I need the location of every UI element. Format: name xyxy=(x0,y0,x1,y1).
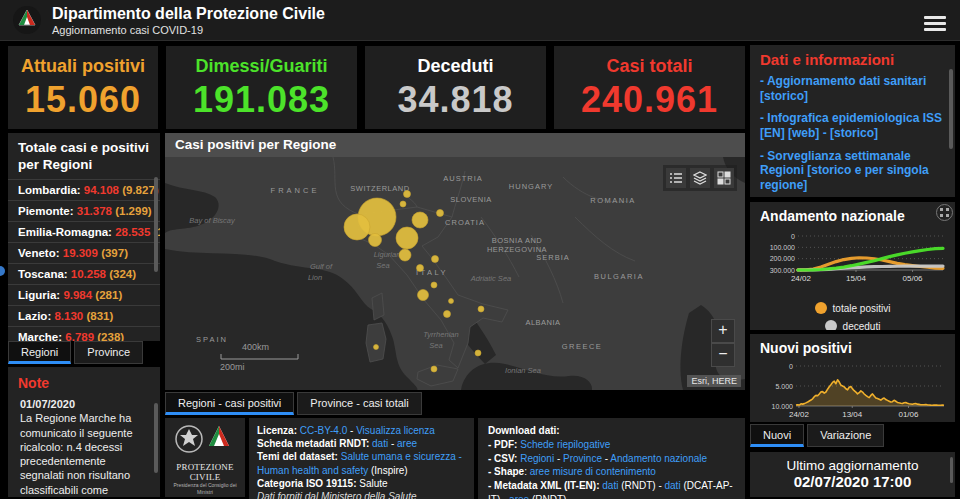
map-attribution: Esri, HERE xyxy=(687,375,741,387)
menu-icon[interactable] xyxy=(924,13,946,34)
region-bubble-lazio[interactable] xyxy=(418,290,429,301)
region-bubble-abruzzo[interactable] xyxy=(431,282,437,288)
layers-icon[interactable] xyxy=(690,168,710,188)
app-header: Dipartimento della Protezione Civile Agg… xyxy=(0,0,960,41)
ultimo-scrollbar[interactable] xyxy=(950,457,953,483)
region-row[interactable]: Emilia-Romagna: 28.535 (1.003) xyxy=(8,221,160,242)
region-bubble-friuli-venezia-giulia[interactable] xyxy=(437,210,444,217)
region-row[interactable]: Lombardia: 94.108 (9.827) xyxy=(8,179,160,200)
link[interactable]: aree xyxy=(509,494,529,499)
region-row[interactable]: Toscana: 10.258 (324) xyxy=(8,263,160,284)
nuovi-tab[interactable]: Nuovi xyxy=(750,424,804,447)
info-scrollbar[interactable] xyxy=(949,69,953,149)
svg-text:100.000: 100.000 xyxy=(770,244,795,251)
region-bubble-umbria[interactable] xyxy=(417,265,424,272)
link[interactable]: Regioni xyxy=(520,453,554,464)
map-zoom-out-button[interactable]: − xyxy=(711,343,735,367)
link[interactable]: Visualizza licenza xyxy=(356,425,435,436)
country-label: SERBIA xyxy=(536,253,570,262)
region-row[interactable]: Liguria: 9.984 (281) xyxy=(8,284,160,305)
andamento-nazionale-panel: Andamento nazionale 0100.000200.000300.0… xyxy=(750,202,955,330)
region-bubble-p-a-bolzano[interactable] xyxy=(404,191,411,198)
legend-item[interactable]: totale positivi xyxy=(750,302,955,314)
map-toolbar xyxy=(663,165,737,191)
link[interactable]: dati xyxy=(602,480,618,491)
page-title: Dipartimento della Protezione Civile xyxy=(52,5,325,23)
basemap-gallery-icon[interactable] xyxy=(714,168,734,188)
map-tabs: Regioni - casi positiviProvince - casi t… xyxy=(165,392,422,415)
note-title: Note xyxy=(8,367,160,395)
note-scrollbar[interactable] xyxy=(154,403,158,473)
region-bubble-molise[interactable] xyxy=(449,299,454,304)
info-link[interactable]: - Infografica epidemiologica ISS [EN] [w… xyxy=(750,107,955,144)
nuovi-positivi-chart: 05.00010.00024/0213/0401/06 xyxy=(758,356,948,422)
svg-text:10.000: 10.000 xyxy=(772,403,794,410)
link[interactable]: aree misure di contenimento xyxy=(530,466,656,477)
link[interactable]: dati xyxy=(665,480,681,491)
credits-line1: Presidenza del Consiglio dei Ministri xyxy=(165,482,245,496)
regions-scrollbar[interactable] xyxy=(154,177,158,272)
andamento-title: Andamento nazionale xyxy=(750,202,955,224)
map-zoom-in-button[interactable]: + xyxy=(711,319,735,343)
region-bubble-liguria[interactable] xyxy=(369,234,382,247)
link[interactable]: dati xyxy=(372,438,388,449)
region-bubble-emilia-romagna[interactable] xyxy=(396,227,418,249)
region-bubble-sardegna[interactable] xyxy=(374,345,379,350)
map-tab[interactable]: Province - casi totali xyxy=(297,392,421,415)
region-bubble-sicilia[interactable] xyxy=(431,366,437,372)
expand-icon[interactable] xyxy=(936,204,953,221)
link[interactable]: Andamento nazionale xyxy=(610,453,707,464)
regions-province-tabs: RegioniProvince xyxy=(8,341,143,364)
country-label: GREECE xyxy=(562,342,603,351)
link[interactable]: Province xyxy=(563,453,602,464)
legend-item[interactable]: deceduti xyxy=(750,320,955,330)
svg-text:24/02: 24/02 xyxy=(791,274,812,283)
info-link[interactable]: - Sorveglianza settimanale Regioni [stor… xyxy=(750,145,955,197)
region-bubble-calabria[interactable] xyxy=(475,350,481,356)
last-update-label: Ultimo aggiornamento xyxy=(750,458,955,473)
region-bubble-puglia[interactable] xyxy=(478,306,484,312)
stat-card-dimessi-guariti: Dimessi/Guariti 191.083 xyxy=(166,46,357,129)
link[interactable]: aree xyxy=(397,438,417,449)
nuovi-positivi-panel: Nuovi positivi 05.00010.00024/0213/0401/… xyxy=(750,334,955,422)
info-title: Dati e informazioni xyxy=(750,45,955,70)
stat-label: Casi totali xyxy=(554,56,745,77)
panel-collapse-arrow[interactable] xyxy=(0,266,5,276)
link[interactable]: Schede riepilogative xyxy=(520,439,610,450)
country-label: BOSNIA AND xyxy=(492,236,543,245)
stat-value: 15.060 xyxy=(8,79,158,121)
region-row[interactable]: Piemonte: 31.378 (1.299) xyxy=(8,200,160,221)
region-bubble-marche[interactable] xyxy=(432,256,439,263)
sea-label: Lion xyxy=(308,273,322,282)
sea-label: Bay of Biscay xyxy=(189,216,236,225)
map-panel: Casi positivi per Regione FRANCESWITZERL… xyxy=(165,133,745,390)
nuovi-tab[interactable]: Variazione xyxy=(807,424,884,447)
info-link[interactable]: - Aggiornamento nazionale ISS xyxy=(750,196,955,197)
legend-icon[interactable] xyxy=(666,168,686,188)
country-label: HUNGARY xyxy=(509,182,553,191)
region-bubble-piemonte[interactable] xyxy=(344,214,370,240)
page-subtitle: Aggiornamento casi COVID-19 xyxy=(52,24,203,36)
region-row[interactable]: Lazio: 8.130 (831) xyxy=(8,305,160,326)
stat-card-attuali-positivi: Attuali positivi 15.060 xyxy=(8,46,158,129)
map-tab[interactable]: Regioni - casi positivi xyxy=(165,392,294,415)
country-label: BULGARIA xyxy=(594,272,644,281)
info-link[interactable]: - Aggiornamento dati sanitari [storico] xyxy=(750,70,955,107)
region-row[interactable]: Veneto: 19.309 (397) xyxy=(8,242,160,263)
region-bubble-campania[interactable] xyxy=(444,311,451,318)
country-label: ALBANIA xyxy=(525,318,560,327)
link[interactable]: CC-BY-4.0 xyxy=(300,425,347,436)
sea-label: Ligurian xyxy=(374,250,401,259)
download-line: - Shape: aree misure di contenimento xyxy=(488,465,735,479)
region-list-tab[interactable]: Province xyxy=(74,341,143,364)
svg-text:05/06: 05/06 xyxy=(903,274,924,283)
region-list-tab[interactable]: Regioni xyxy=(8,341,71,364)
region-row[interactable]: Marche: 6.789 (238) xyxy=(8,326,160,341)
stat-value: 191.083 xyxy=(166,79,357,121)
region-bubble-veneto[interactable] xyxy=(412,212,428,228)
scale-km: 400km xyxy=(220,342,300,352)
region-bubble-p-a-trento[interactable] xyxy=(400,201,406,207)
last-update-panel: Ultimo aggiornamento 02/07/2020 17:00 xyxy=(750,452,955,497)
credits-org: PROTEZIONE CIVILE xyxy=(165,462,245,482)
region-bubble-toscana[interactable] xyxy=(399,249,411,261)
